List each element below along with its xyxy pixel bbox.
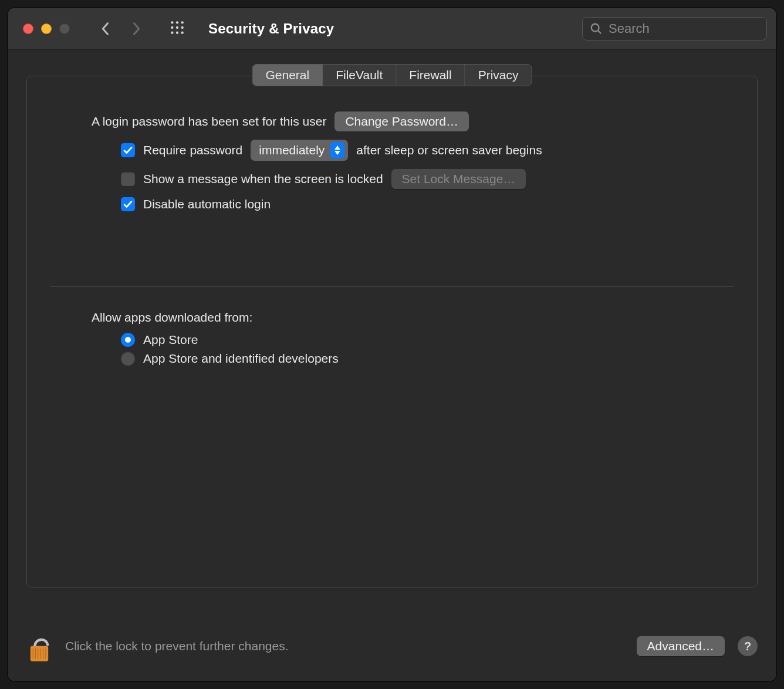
svg-point-1 [176,21,178,23]
radio-app-store-label: App Store [143,333,198,347]
require-password-delay-value: immediately [259,143,325,157]
svg-marker-12 [334,151,340,155]
radio-identified-developers[interactable] [121,352,135,366]
svg-point-8 [181,31,184,33]
require-password-row: Require password immediately after sleep… [92,140,692,161]
nav-buttons [100,21,141,37]
zoom-window-button [59,23,70,34]
content-area: General FileVault Firewall Privacy A log… [8,50,776,681]
forward-button [131,21,141,37]
search-input[interactable]: Search [582,17,767,40]
svg-point-3 [171,26,173,28]
window-controls [23,23,70,34]
tab-privacy[interactable]: Privacy [465,65,532,86]
search-placeholder: Search [609,21,650,36]
show-lock-message-row: Show a message when the screen is locked… [92,169,692,189]
svg-point-4 [176,26,178,28]
set-lock-message-button: Set Lock Message… [391,169,526,189]
titlebar: Security & Privacy Search [8,8,776,50]
window-title: Security & Privacy [208,21,334,37]
back-button[interactable] [100,21,111,37]
radio-app-store[interactable] [121,333,135,347]
search-icon [590,22,603,35]
advanced-button[interactable]: Advanced… [637,636,725,656]
allow-apps-label: Allow apps downloaded from: [92,310,692,325]
radio-identified-row: App Store and identified developers [92,352,692,366]
tab-firewall[interactable]: Firewall [396,65,465,86]
svg-point-9 [592,23,599,31]
divider [50,286,734,287]
change-password-button[interactable]: Change Password… [334,112,469,131]
show-lock-message-checkbox[interactable] [121,172,135,186]
updown-icon [330,142,344,158]
radio-app-store-row: App Store [92,333,692,347]
disable-auto-login-checkbox[interactable] [121,197,135,211]
login-password-row: A login password has been set for this u… [92,112,692,131]
disable-auto-login-label: Disable automatic login [143,197,271,211]
close-window-button[interactable] [23,23,33,34]
check-icon [123,199,133,210]
minimize-window-button[interactable] [41,23,52,34]
require-password-checkbox[interactable] [121,143,135,157]
lock-icon[interactable] [26,632,52,660]
svg-line-10 [598,30,601,33]
lock-hint-text: Click the lock to prevent further change… [65,639,289,653]
disable-auto-login-row: Disable automatic login [92,197,692,211]
footer: Click the lock to prevent further change… [26,632,758,660]
svg-point-0 [171,21,173,23]
login-password-text: A login password has been set for this u… [92,114,326,129]
preferences-window: Security & Privacy Search General FileVa… [7,7,777,682]
svg-point-6 [171,31,173,33]
svg-point-5 [181,26,184,28]
show-lock-message-label: Show a message when the screen is locked [143,172,383,186]
check-icon [123,145,133,156]
svg-point-2 [181,21,184,23]
help-button[interactable]: ? [738,636,758,656]
svg-marker-11 [334,146,340,150]
tab-bar: General FileVault Firewall Privacy [252,64,532,86]
radio-identified-label: App Store and identified developers [143,352,339,366]
tab-filevault[interactable]: FileVault [323,65,396,86]
general-panel: A login password has been set for this u… [26,76,758,587]
require-password-delay-select[interactable]: immediately [251,140,348,161]
tab-general[interactable]: General [252,65,323,86]
require-password-label: Require password [143,143,242,157]
show-all-icon[interactable] [170,20,185,38]
svg-point-7 [176,31,178,33]
require-password-suffix: after sleep or screen saver begins [356,143,542,157]
